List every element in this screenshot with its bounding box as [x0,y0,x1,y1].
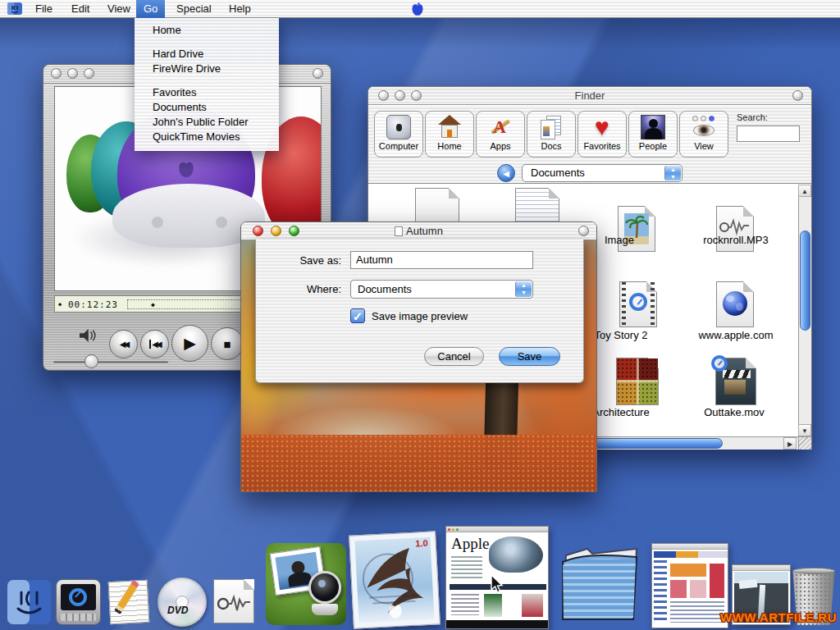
dock-textedit-icon[interactable] [107,578,153,625]
berries-photo [617,358,658,404]
dock-minimized-browser-window[interactable] [651,543,728,628]
finder-titlebar[interactable]: Finder [368,87,811,105]
skip-to-start-button[interactable]: ◀◀ [140,330,169,358]
go-menu-item-hard-drive[interactable]: Hard Drive [135,47,279,62]
finder-window-title: Finder [368,89,811,102]
mini-titlebar [733,565,790,571]
go-menu-item-firewire-drive[interactable]: FireWire Drive [135,62,279,76]
toolbar-docs-button[interactable]: Docs [527,111,576,158]
resize-grip[interactable] [798,436,811,450]
apple-menu-icon[interactable] [7,2,23,16]
playhead-icon[interactable]: ◆ [151,302,155,308]
vertical-scrollbar[interactable]: ▲ ▼ [798,185,811,436]
docs-icon [539,115,564,139]
menubar: File Edit View Go Special Help [0,0,840,18]
go-menu-item-favorites[interactable]: Favorites [135,85,279,100]
scroll-right-icon[interactable]: ▶ [783,437,797,450]
file-label[interactable]: Outtake.mov [681,406,788,418]
finder-toolbar: Computer Home A Apps [368,106,811,162]
save-preview-label: Save image preview [372,310,468,322]
toolbar-toggle-button[interactable] [578,226,589,236]
menu-help[interactable]: Help [221,0,258,18]
footer-art [446,620,549,628]
view-eye-icon [692,115,716,139]
menu-view[interactable]: View [100,0,138,18]
play-button[interactable]: ▶ [171,325,208,362]
file-icon-quicktime-movie[interactable] [619,281,657,327]
vertical-scroll-thumb[interactable] [800,231,810,331]
qt-screen-art [61,584,96,610]
save-button[interactable]: Save [499,347,560,366]
body-text-art [451,556,482,581]
quicktime-badge-icon [711,355,728,372]
movie-frame [724,380,746,395]
dvd-disc-art: DVD [158,578,207,627]
search-label: Search: [737,112,768,122]
home-icon [437,115,462,139]
mini-titlebar [446,527,548,532]
sidebar-links-art [654,560,667,623]
menu-file[interactable]: File [28,0,60,18]
file-icon-architecture[interactable] [616,358,659,405]
imac-photo-art [489,536,543,573]
dock-mail-icon[interactable]: 1.0 [349,531,441,628]
save-sheet: Save as: Autumn Where: Documents ▲▼ ✓ Sa… [255,240,584,383]
dock-finder-icon[interactable] [7,579,52,625]
stop-button[interactable]: ■ [211,327,244,360]
toolbar-toggle-button[interactable] [792,90,803,101]
scroll-up-icon[interactable]: ▲ [798,185,811,197]
lcd-diamond-icon: ◆ [58,302,62,308]
go-menu-item-home[interactable]: Home [135,23,279,38]
menu-go[interactable]: Go [136,0,165,18]
cancel-button[interactable]: Cancel [424,347,484,366]
toolbar-toggle-button[interactable] [313,68,323,79]
audio-doc-art [213,579,254,623]
file-label[interactable]: www.apple.com [682,329,789,341]
toolbar-computer-button[interactable]: Computer [374,111,423,158]
scroll-down-icon[interactable]: ▼ [798,424,811,436]
volume-icon[interactable] [78,328,96,343]
people-icon [641,115,665,139]
dock-photos-icon[interactable] [266,543,346,625]
rewind-button[interactable]: ◀◀ [109,330,138,358]
content-block-art [710,564,724,598]
content-block-art [690,580,706,598]
file-label[interactable]: rocknroll.MP3 [682,234,789,246]
autumn-titlebar[interactable]: Autumn [241,222,596,240]
dock-quicktime-icon[interactable] [56,579,101,625]
dock-documents-folder-icon[interactable] [555,537,646,626]
go-menu: Home Hard Drive FireWire Drive Favorites… [135,18,279,151]
toolbar-view-button[interactable]: View [679,111,728,158]
holiday-card-art [484,594,502,617]
go-menu-item-johns-public-folder[interactable]: John's Public Folder [135,115,279,130]
content-block-art [670,564,706,577]
toolbar-apps-button[interactable]: A Apps [476,111,525,158]
where-dropdown[interactable]: Documents ▲▼ [350,280,533,299]
save-preview-checkbox[interactable]: ✓ [350,308,365,323]
qt-controls-art [61,614,96,621]
volume-slider-track[interactable] [53,361,168,363]
stamp-apple-logo [387,603,403,620]
location-dropdown[interactable]: Documents ▲▼ [522,164,682,182]
file-icon-outtake-movie[interactable] [715,358,756,405]
dock-dvd-player-icon[interactable]: DVD [158,578,207,627]
toolbar-people-button[interactable]: People [628,111,678,158]
go-menu-item-documents[interactable]: Documents [135,100,279,115]
globe-icon [723,291,747,316]
apple-logo-icon [411,2,424,16]
dock-audio-file-icon[interactable] [212,578,256,625]
menu-special[interactable]: Special [169,0,219,18]
back-button[interactable]: ◀ [497,164,515,182]
go-menu-item-quicktime-movies[interactable]: QuickTime Movies [135,130,279,144]
save-as-input[interactable]: Autumn [350,251,533,269]
watermark: WWW.ARTFILE.RU [720,610,837,624]
menu-edit[interactable]: Edit [64,0,97,18]
toolbar-favorites-button[interactable]: ♥ Favorites [578,111,627,158]
folder-icon [555,537,646,626]
search-input[interactable] [737,126,800,142]
volume-slider-knob[interactable] [84,354,98,368]
toolbar-home-button[interactable]: Home [425,111,474,158]
filmstrip-edge [622,282,626,326]
file-icon-url[interactable] [716,281,754,327]
mouse-cursor [491,574,504,594]
